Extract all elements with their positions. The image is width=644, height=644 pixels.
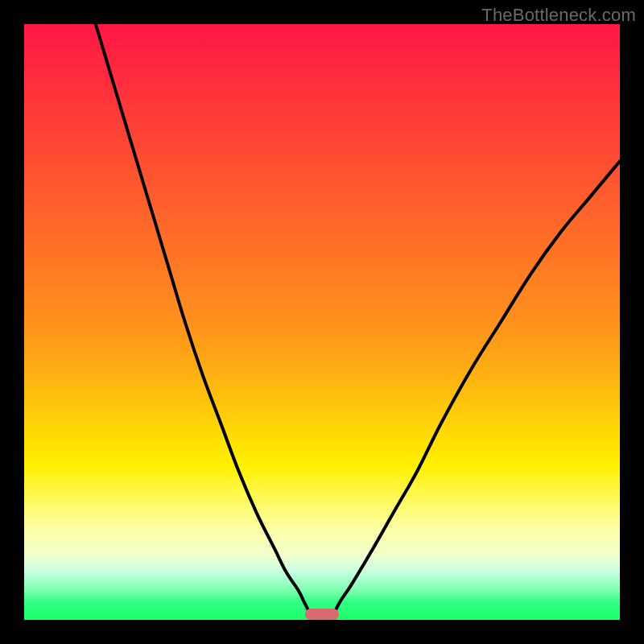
right-curve (334, 161, 620, 613)
curve-layer (24, 24, 620, 620)
bottleneck-marker (305, 609, 339, 620)
chart-area (24, 24, 620, 620)
watermark: TheBottleneck.com (481, 5, 636, 26)
left-curve (96, 24, 310, 614)
